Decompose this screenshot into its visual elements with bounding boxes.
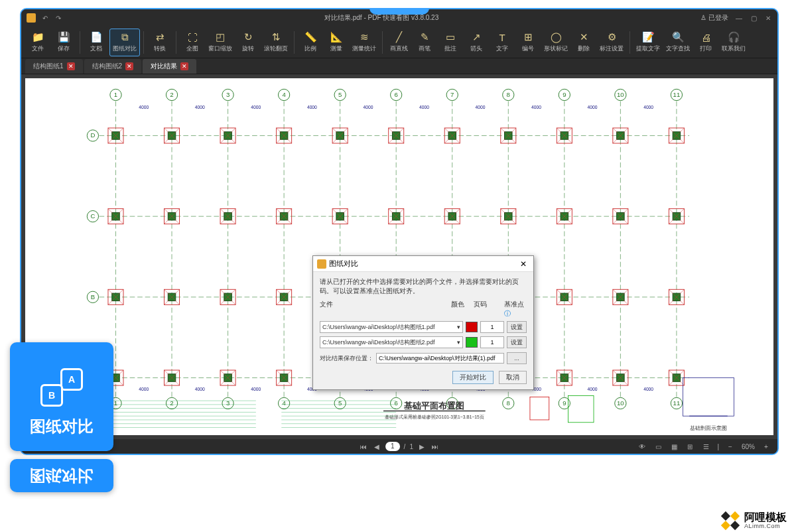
toolbar-转换[interactable]: ⇄转换	[147, 29, 172, 56]
login-status[interactable]: ♙ 已登录	[700, 13, 728, 23]
header-page: 页码	[474, 300, 501, 318]
toolbar-icon: ↻	[242, 31, 254, 43]
toolbar-箭头[interactable]: ↗箭头	[464, 29, 489, 56]
toolbar-label: 测量	[330, 44, 342, 53]
dialog-title-text: 图纸对比	[329, 259, 358, 269]
toolbar-icon: ◰	[214, 31, 226, 43]
tab-label: 结构图纸1	[33, 62, 64, 71]
dialog-close-icon[interactable]: ✕	[520, 259, 529, 269]
compare-badge-icon: A B	[40, 368, 83, 407]
compare-dialog: 图纸对比 ✕ 请从已打开的文件中选择需要对比的两个文件，并选择需要对比的页码。可…	[312, 255, 534, 390]
toolbar-icon: ⇅	[270, 31, 282, 43]
zoom-out-icon[interactable]: −	[726, 442, 735, 451]
toolbar-保存[interactable]: 💾保存	[51, 29, 76, 56]
tab-close-icon[interactable]: ✕	[125, 62, 133, 70]
toolbar-测量[interactable]: 📐测量	[324, 29, 349, 56]
toolbar-文档[interactable]: 📄文档	[84, 29, 109, 56]
toolbar-提取文字[interactable]: 📝提取文字	[633, 29, 663, 56]
fit-width-icon[interactable]: ▭	[653, 442, 663, 451]
window-title: 对比结果.pdf - PDF 快速看图 v3.8.0.23	[62, 13, 700, 23]
prev-page-icon[interactable]: ◀	[372, 442, 381, 451]
toolbar-删除[interactable]: ✕删除	[571, 29, 596, 56]
toolbar-全图[interactable]: ⛶全图	[180, 29, 205, 56]
set-basepoint-0[interactable]: 设置	[507, 321, 527, 333]
svg-text:基础形式采用桩基础参照2G101-3第1~3.B1~15页: 基础形式采用桩基础参照2G101-3第1~3.B1~15页	[385, 415, 484, 420]
save-path-input[interactable]	[376, 353, 504, 364]
maximize-icon[interactable]: ▢	[750, 14, 758, 22]
toolbar-测量统计[interactable]: ≋测量统计	[350, 29, 379, 56]
close-icon[interactable]: ✕	[764, 14, 772, 22]
toolbar-标注设置[interactable]: ⚙标注设置	[597, 29, 626, 56]
svg-text:11: 11	[673, 399, 681, 407]
dialog-save-row: 对比结果保存位置： ...	[320, 352, 527, 364]
set-basepoint-1[interactable]: 设置	[507, 336, 527, 348]
toolbar-形状标记[interactable]: ◯形状标记	[541, 29, 570, 56]
file-dropdown-0[interactable]: C:\Users\wangw-ai\Desktop\结构图纸1.pdf▾	[320, 321, 463, 333]
layout-list-icon[interactable]: ☰	[701, 442, 710, 451]
tab-close-icon[interactable]: ✕	[180, 62, 188, 70]
toolbar-画笔[interactable]: ✎画笔	[412, 29, 437, 56]
svg-text:7: 7	[450, 91, 454, 98]
toolbar-icon: 🔍	[672, 31, 684, 43]
next-page-icon[interactable]: ▶	[417, 442, 427, 451]
toolbar-文字查找[interactable]: 🔍文字查找	[663, 29, 693, 56]
toolbar-icon: ⇄	[154, 31, 166, 43]
tab-结构图纸1[interactable]: 结构图纸1✕	[25, 59, 83, 74]
page-input-0[interactable]	[480, 321, 504, 333]
first-page-icon[interactable]: ⏮	[359, 442, 368, 451]
toolbar-文件[interactable]: 📁文件	[25, 29, 50, 56]
toolbar-比例[interactable]: 📏比例	[298, 29, 323, 56]
current-page-input[interactable]: 1	[385, 442, 400, 451]
start-compare-button[interactable]: 开始对比	[452, 371, 494, 384]
svg-text:4000: 4000	[419, 105, 429, 109]
svg-text:4000: 4000	[588, 105, 598, 109]
header-color: 颜色	[451, 300, 471, 318]
browse-button[interactable]: ...	[507, 352, 527, 364]
file-dropdown-1[interactable]: C:\Users\wangw-ai\Desktop\结构图纸2.pdf▾	[320, 336, 463, 348]
view-mode-icon[interactable]: 👁	[637, 442, 647, 451]
toolbar-icon: ⚙	[606, 31, 618, 43]
last-page-icon[interactable]: ⏭	[431, 442, 440, 451]
page-input-1[interactable]	[480, 336, 504, 348]
toolbar-separator	[630, 31, 630, 54]
tab-对比结果[interactable]: 对比结果✕	[143, 59, 196, 74]
toolbar-批注[interactable]: ▭批注	[438, 29, 463, 56]
watermark-cn: 阿哩模板	[744, 511, 787, 523]
toolbar-label: 打印	[700, 44, 712, 53]
svg-text:9: 9	[563, 91, 566, 98]
zoom-level[interactable]: 60%	[742, 443, 755, 450]
toolbar-旋转[interactable]: ↻旋转	[235, 29, 261, 56]
svg-text:8: 8	[507, 91, 510, 98]
undo-icon[interactable]: ↶	[41, 14, 49, 22]
toolbar-画直线[interactable]: ╱画直线	[386, 29, 411, 56]
toolbar-label: 文字查找	[666, 44, 690, 53]
toolbar-label: 图纸对比	[113, 44, 137, 53]
tab-close-icon[interactable]: ✕	[67, 62, 75, 70]
toolbar-窗口缩放[interactable]: ◰窗口缩放	[206, 29, 235, 56]
toolbar-文字[interactable]: T文字	[490, 29, 515, 56]
toolbar-联系我们[interactable]: 🎧联系我们	[719, 29, 748, 56]
toolbar-icon: ◯	[550, 31, 562, 43]
layout-grid-icon[interactable]: ⊞	[685, 442, 695, 451]
page-sep: /	[404, 443, 406, 450]
toolbar-打印[interactable]: 🖨打印	[693, 29, 718, 56]
svg-text:1: 1	[114, 91, 117, 98]
color-swatch-1[interactable]	[466, 337, 478, 348]
toolbar-编号[interactable]: ⊞编号	[515, 29, 541, 56]
tab-结构图纸2[interactable]: 结构图纸2✕	[84, 59, 142, 74]
zoom-in-icon[interactable]: +	[762, 442, 771, 451]
fit-page-icon[interactable]: ▦	[669, 442, 679, 451]
svg-text:4000: 4000	[307, 105, 317, 109]
minimize-icon[interactable]: —	[735, 14, 743, 22]
toolbar-图纸对比[interactable]: ⧉图纸对比	[109, 29, 140, 56]
svg-rect-266	[683, 378, 734, 417]
toolbar-滚轮翻页[interactable]: ⇅滚轮翻页	[261, 29, 291, 56]
svg-text:4000: 4000	[476, 105, 486, 109]
chevron-down-icon: ▾	[457, 324, 460, 330]
toolbar-label: 画直线	[390, 44, 408, 53]
dialog-headers: 文件 颜色 页码 基准点ⓘ	[320, 300, 527, 318]
color-swatch-0[interactable]	[466, 322, 478, 332]
cancel-button[interactable]: 取消	[499, 371, 527, 384]
redo-icon[interactable]: ↷	[54, 14, 62, 22]
statusbar: 🔒 未设置测量比例 ⏮ ◀ 1 / 1 ▶ ⏭ 👁 ▭ ▦ ⊞ ☰ | − 60…	[21, 439, 777, 454]
